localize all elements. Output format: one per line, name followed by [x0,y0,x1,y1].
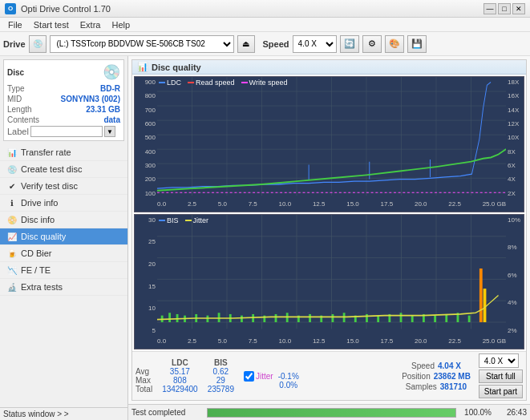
start-part-button[interactable]: Start part [479,385,523,398]
color-button[interactable]: 🎨 [385,35,404,53]
menu-start-test[interactable]: Start test [29,19,74,30]
refresh-button[interactable]: 🔄 [340,35,359,53]
disc-contents-row: Contents data [7,115,120,124]
sidebar-item-cd-bier[interactable]: 🍺 CD Bier [0,245,127,262]
svg-rect-47 [286,313,289,322]
disc-mid-row: MID SONYNN3 (002) [7,95,120,103]
sidebar-nav: 📊 Transfer rate 💿 Create test disc ✔ Ver… [0,144,127,407]
app-title: Opti Drive Control 1.70 [21,4,111,14]
title-bar-controls: — □ ✕ [483,3,525,14]
svg-rect-58 [411,315,414,321]
sidebar-item-disc-quality[interactable]: 📈 Disc quality [0,228,127,245]
chart2: BIS Jitter 30252015105 10%8%6%4%2% [134,214,524,350]
svg-rect-36 [168,313,171,322]
bottom-status-bar: Test completed 100.0% 26:43 [128,404,530,420]
drive-info-icon: ℹ [6,197,18,208]
stats-row: Avg Max Total LDC 35.17 808 13429400 BIS… [132,351,526,400]
svg-rect-65 [483,289,487,322]
maximize-button[interactable]: □ [498,3,511,14]
sidebar-item-drive-info[interactable]: ℹ Drive info [0,195,127,212]
panel-title: Disc quality [152,63,201,72]
svg-rect-55 [377,315,379,321]
svg-rect-43 [241,315,243,321]
panel-header: 📊 Disc quality [132,60,526,75]
disc-info-header: Disc 💿 [7,63,120,81]
jitter-check[interactable] [244,371,254,382]
disc-info-panel: Disc 💿 Type BD-R MID SONYNN3 (002) Lengt… [3,59,124,141]
svg-rect-51 [332,313,334,321]
drive-select[interactable]: (L:) TSSTcorp BDDVDW SE-506CB TS02 [50,35,234,53]
sidebar-item-extra-tests[interactable]: 🔬 Extra tests [0,279,127,296]
sidebar-item-fe-te[interactable]: 📉 FE / TE [0,262,127,279]
legend-write-speed: Write speed [241,79,288,87]
start-full-button[interactable]: Start full [479,370,523,383]
sidebar-item-label-create-test-disc: Create test disc [21,164,82,174]
stats-labels: Avg Max Total [136,358,152,394]
sidebar-item-label-drive-info: Drive info [21,198,58,208]
svg-rect-61 [445,313,447,321]
disc-label-input[interactable] [30,126,103,137]
status-bar-bottom: Status window > > [0,407,127,420]
legend-ldc: LDC [159,79,181,87]
svg-rect-57 [400,313,403,322]
sidebar-item-label-extra-tests: Extra tests [21,282,63,292]
disc-type-row: Type BD-R [7,84,120,93]
sidebar: Disc 💿 Type BD-R MID SONYNN3 (002) Lengt… [0,56,128,420]
svg-rect-64 [479,269,483,322]
legend-read-speed: Read speed [188,79,235,87]
eject-button[interactable]: ⏏ [237,35,255,53]
disc-label-row: Label ▼ [7,126,120,137]
sidebar-item-label-disc-info: Disc info [21,215,55,224]
menu-help[interactable]: Help [107,19,135,30]
svg-rect-49 [309,313,311,321]
app-icon: O [5,3,16,14]
progress-bar-fill [208,409,455,417]
stats-table: Avg Max Total LDC 35.17 808 13429400 BIS… [136,358,234,394]
elapsed-time: 26:43 [495,408,527,417]
chart2-legend: BIS Jitter [159,216,208,224]
sidebar-item-label-disc-quality: Disc quality [21,232,66,241]
main-layout: Disc 💿 Type BD-R MID SONYNN3 (002) Lengt… [0,56,530,420]
sidebar-item-transfer-rate[interactable]: 📊 Transfer rate [0,144,127,161]
sidebar-item-label-fe-te: FE / TE [21,265,51,275]
title-bar: O Opti Drive Control 1.70 — □ ✕ [0,0,530,18]
save-button[interactable]: 💾 [407,35,427,53]
toolbar: Drive 💿 (L:) TSSTcorp BDDVDW SE-506CB TS… [0,32,530,56]
status-text: Test completed [131,408,204,417]
chart2-y-axis-left: 30252015105 [135,215,157,337]
stats-bis: BIS 0.62 29 235789 [208,358,234,394]
jitter-checkbox[interactable]: Jitter [244,371,273,382]
sidebar-item-disc-info[interactable]: 📀 Disc info [0,212,127,228]
cd-bier-icon: 🍺 [6,248,18,259]
disc-info-icon: 📀 [6,214,18,225]
sidebar-item-verify-test-disc[interactable]: ✔ Verify test disc [0,178,127,195]
chart1-y-axis-left: 900800700600500400300200100 [135,77,157,199]
close-button[interactable]: ✕ [512,3,525,14]
chart2-y-axis-right: 10%8%6%4%2% [506,215,524,337]
disc-label-btn[interactable]: ▼ [104,126,115,137]
sidebar-item-label-cd-bier: CD Bier [21,248,52,258]
disc-panel-icon: 💿 [103,63,120,81]
transfer-rate-icon: 📊 [6,147,18,158]
chart1-legend: LDC Read speed Write speed [159,79,287,87]
stats-ldc: LDC 35.17 808 13429400 [162,358,198,394]
speed-select[interactable]: 4.0 X [293,35,337,53]
speed-label: Speed [263,39,289,49]
chart-area: LDC Read speed Write speed 90080 [132,75,526,351]
title-bar-left: O Opti Drive Control 1.70 [5,3,111,14]
menu-extra[interactable]: Extra [75,19,106,30]
chart1-y-axis-right: 18X16X14X12X10X8X6X4X2X [506,77,524,199]
legend-bis: BIS [159,216,179,224]
panel-header-icon: 📊 [137,62,148,72]
menu-file[interactable]: File [3,19,27,30]
chart1-svg [157,77,506,212]
status-window-btn[interactable]: Status window > > [3,410,124,418]
sidebar-item-create-test-disc[interactable]: 💿 Create test disc [0,161,127,178]
minimize-button[interactable]: — [483,3,496,14]
drive-icon-btn[interactable]: 💿 [29,35,47,53]
stats-speed-select[interactable]: 4.0 X [479,353,519,368]
settings-button[interactable]: ⚙ [362,35,382,53]
menu-bar: File Start test Extra Help [0,18,530,32]
content-area: 📊 Disc quality LDC Read speed [128,56,530,420]
chart2-svg [157,215,506,349]
